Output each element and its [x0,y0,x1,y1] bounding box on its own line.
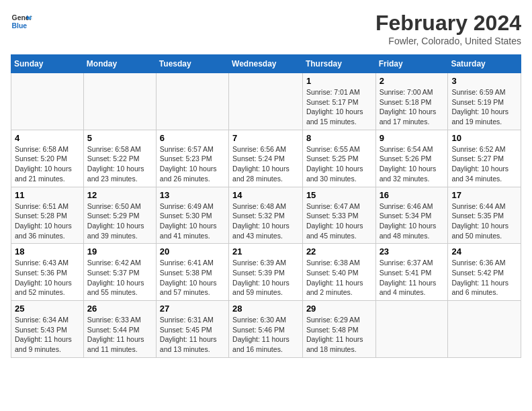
day-number: 17 [451,190,517,200]
calendar-cell: 27Sunrise: 6:31 AM Sunset: 5:45 PM Dayli… [156,301,228,358]
header-thursday: Thursday [302,55,375,73]
header-saturday: Saturday [448,55,521,73]
day-info: Sunrise: 6:58 AM Sunset: 5:22 PM Dayligh… [87,144,152,184]
calendar-cell [375,301,448,358]
calendar-week-row: 18Sunrise: 6:43 AM Sunset: 5:36 PM Dayli… [11,244,521,301]
day-info: Sunrise: 6:55 AM Sunset: 5:25 PM Dayligh… [306,144,372,184]
calendar-cell: 15Sunrise: 6:47 AM Sunset: 5:33 PM Dayli… [302,187,375,244]
calendar-header-row: SundayMondayTuesdayWednesdayThursdayFrid… [11,55,521,73]
day-number: 15 [306,190,372,200]
page-title: February 2024 [375,11,521,36]
day-info: Sunrise: 7:00 AM Sunset: 5:18 PM Dayligh… [380,87,445,127]
calendar-cell: 9Sunrise: 6:54 AM Sunset: 5:26 PM Daylig… [375,130,448,187]
day-number: 3 [451,76,517,86]
day-info: Sunrise: 6:58 AM Sunset: 5:20 PM Dayligh… [15,144,80,184]
day-number: 8 [306,133,372,143]
svg-text:Blue: Blue [12,22,28,30]
page-header: General Blue February 2024 Fowler, Color… [11,11,521,46]
day-number: 10 [451,133,517,143]
day-info: Sunrise: 6:38 AM Sunset: 5:40 PM Dayligh… [306,258,372,298]
day-number: 24 [451,246,517,257]
calendar-cell: 22Sunrise: 6:38 AM Sunset: 5:40 PM Dayli… [302,244,375,301]
calendar-cell: 28Sunrise: 6:30 AM Sunset: 5:46 PM Dayli… [229,301,303,358]
day-info: Sunrise: 6:54 AM Sunset: 5:26 PM Dayligh… [380,144,445,184]
calendar-cell: 21Sunrise: 6:39 AM Sunset: 5:39 PM Dayli… [229,244,303,301]
page-subtitle: Fowler, Colorado, United States [375,36,521,46]
day-number: 28 [232,304,299,314]
calendar-week-row: 4Sunrise: 6:58 AM Sunset: 5:20 PM Daylig… [11,130,521,187]
day-number: 7 [232,133,299,143]
day-number: 29 [306,304,372,314]
calendar-cell: 3Sunrise: 6:59 AM Sunset: 5:19 PM Daylig… [448,73,521,130]
calendar-cell: 12Sunrise: 6:50 AM Sunset: 5:29 PM Dayli… [83,187,156,244]
calendar-cell [229,73,303,130]
header-monday: Monday [83,55,156,73]
logo: General Blue [11,11,32,32]
day-info: Sunrise: 6:59 AM Sunset: 5:19 PM Dayligh… [451,87,517,127]
day-number: 5 [87,133,152,143]
day-info: Sunrise: 6:41 AM Sunset: 5:38 PM Dayligh… [160,258,225,298]
day-info: Sunrise: 6:52 AM Sunset: 5:27 PM Dayligh… [451,144,517,184]
day-number: 25 [15,304,80,314]
day-info: Sunrise: 6:49 AM Sunset: 5:30 PM Dayligh… [160,201,225,241]
day-number: 20 [160,246,225,257]
day-number: 26 [87,304,152,314]
day-number: 1 [306,76,372,86]
day-number: 18 [15,246,80,257]
day-info: Sunrise: 6:36 AM Sunset: 5:42 PM Dayligh… [451,258,517,298]
day-number: 6 [160,133,225,143]
calendar-cell: 11Sunrise: 6:51 AM Sunset: 5:28 PM Dayli… [11,187,84,244]
day-info: Sunrise: 6:47 AM Sunset: 5:33 PM Dayligh… [306,201,372,241]
day-number: 11 [15,190,80,200]
calendar-cell: 26Sunrise: 6:33 AM Sunset: 5:44 PM Dayli… [83,301,156,358]
day-info: Sunrise: 6:48 AM Sunset: 5:32 PM Dayligh… [232,201,299,241]
day-info: Sunrise: 6:39 AM Sunset: 5:39 PM Dayligh… [232,258,299,298]
day-info: Sunrise: 6:51 AM Sunset: 5:28 PM Dayligh… [15,201,80,241]
header-tuesday: Tuesday [156,55,228,73]
calendar-cell: 16Sunrise: 6:46 AM Sunset: 5:34 PM Dayli… [375,187,448,244]
day-info: Sunrise: 6:30 AM Sunset: 5:46 PM Dayligh… [232,315,299,355]
day-number: 27 [160,304,225,314]
calendar-cell [156,73,228,130]
header-friday: Friday [375,55,448,73]
header-wednesday: Wednesday [229,55,303,73]
calendar-cell: 19Sunrise: 6:42 AM Sunset: 5:37 PM Dayli… [83,244,156,301]
day-info: Sunrise: 7:01 AM Sunset: 5:17 PM Dayligh… [306,87,372,127]
calendar-cell: 6Sunrise: 6:57 AM Sunset: 5:23 PM Daylig… [156,130,228,187]
day-number: 22 [306,246,372,257]
logo-icon: General Blue [11,11,32,32]
calendar-cell: 17Sunrise: 6:44 AM Sunset: 5:35 PM Dayli… [448,187,521,244]
calendar-cell: 13Sunrise: 6:49 AM Sunset: 5:30 PM Dayli… [156,187,228,244]
calendar-cell: 2Sunrise: 7:00 AM Sunset: 5:18 PM Daylig… [375,73,448,130]
day-info: Sunrise: 6:42 AM Sunset: 5:37 PM Dayligh… [87,258,152,298]
calendar-cell: 1Sunrise: 7:01 AM Sunset: 5:17 PM Daylig… [302,73,375,130]
calendar-cell [83,73,156,130]
day-number: 13 [160,190,225,200]
day-info: Sunrise: 6:44 AM Sunset: 5:35 PM Dayligh… [451,201,517,241]
day-info: Sunrise: 6:29 AM Sunset: 5:48 PM Dayligh… [306,315,372,355]
day-info: Sunrise: 6:43 AM Sunset: 5:36 PM Dayligh… [15,258,80,298]
calendar-week-row: 25Sunrise: 6:34 AM Sunset: 5:43 PM Dayli… [11,301,521,358]
day-number: 14 [232,190,299,200]
header-sunday: Sunday [11,55,84,73]
calendar-cell: 20Sunrise: 6:41 AM Sunset: 5:38 PM Dayli… [156,244,228,301]
day-info: Sunrise: 6:50 AM Sunset: 5:29 PM Dayligh… [87,201,152,241]
title-area: February 2024 Fowler, Colorado, United S… [375,11,521,46]
day-number: 21 [232,246,299,257]
day-info: Sunrise: 6:57 AM Sunset: 5:23 PM Dayligh… [160,144,225,184]
calendar-cell: 10Sunrise: 6:52 AM Sunset: 5:27 PM Dayli… [448,130,521,187]
day-info: Sunrise: 6:56 AM Sunset: 5:24 PM Dayligh… [232,144,299,184]
calendar-week-row: 11Sunrise: 6:51 AM Sunset: 5:28 PM Dayli… [11,187,521,244]
calendar-cell: 24Sunrise: 6:36 AM Sunset: 5:42 PM Dayli… [448,244,521,301]
calendar-cell: 25Sunrise: 6:34 AM Sunset: 5:43 PM Dayli… [11,301,84,358]
day-number: 19 [87,246,152,257]
calendar-cell: 14Sunrise: 6:48 AM Sunset: 5:32 PM Dayli… [229,187,303,244]
calendar-table: SundayMondayTuesdayWednesdayThursdayFrid… [11,54,521,358]
calendar-cell: 5Sunrise: 6:58 AM Sunset: 5:22 PM Daylig… [83,130,156,187]
day-number: 23 [380,246,445,257]
day-number: 12 [87,190,152,200]
calendar-cell: 18Sunrise: 6:43 AM Sunset: 5:36 PM Dayli… [11,244,84,301]
calendar-cell: 7Sunrise: 6:56 AM Sunset: 5:24 PM Daylig… [229,130,303,187]
day-number: 2 [380,76,445,86]
calendar-cell [11,73,84,130]
